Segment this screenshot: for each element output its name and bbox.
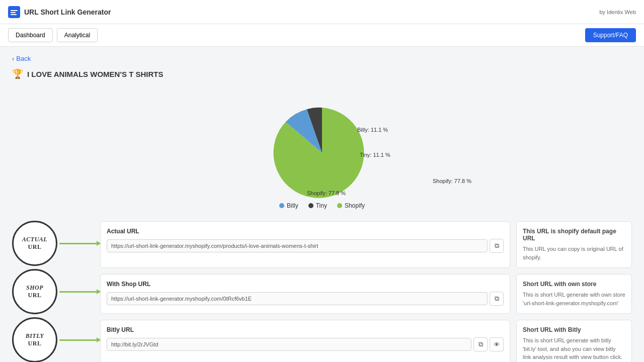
circle-bitly: BitlyURL: [12, 318, 100, 362]
bitly-url-title: Bitly URL: [107, 326, 504, 333]
app-title: URL Short Link Generator: [24, 8, 111, 16]
actual-url-title: Actual URL: [107, 228, 504, 235]
shop-url-copy-button[interactable]: ⧉: [490, 292, 504, 306]
actual-url-circle: ActualURL: [12, 221, 57, 266]
shop-url-info-text: This is short URL generate with own stor…: [523, 291, 625, 307]
pie-chart: Bitly: 11.1 % Tiny: 11.1 % Shopify: 77.8…: [236, 87, 408, 198]
actual-url-input-row: https://url-short-link-generator.myshopi…: [107, 239, 504, 253]
bitly-url-info-card: Short URL with Bitly This is short URL g…: [516, 320, 632, 362]
shop-url-card: With Shop URL https://url-short-link-gen…: [100, 274, 510, 314]
legend-shopify-label: Shopify: [345, 202, 365, 209]
shop-url-input[interactable]: https://url-short-link-generator.myshopi…: [107, 292, 488, 305]
circle-actual: ActualURL: [12, 221, 100, 265]
legend-tiny-label: Tiny: [316, 202, 327, 209]
back-arrow-icon: ‹: [12, 55, 14, 62]
shop-url-circle: ShopURL: [12, 269, 57, 314]
app-icon: [8, 6, 20, 18]
legend-shopify: Shopify: [337, 202, 365, 209]
bitly-label: Bitly: 11.1 %: [357, 127, 388, 133]
legend-shopify-dot: [337, 203, 342, 208]
back-label: Back: [16, 55, 31, 62]
svg-rect-1: [11, 12, 16, 13]
bitly-url-copy-button[interactable]: ⧉: [473, 337, 488, 351]
actual-url-row: Actual URL https://url-short-link-genera…: [100, 221, 632, 268]
product-title: I LOVE ANIMALS WOMEN'S T SHIRTS: [27, 70, 164, 78]
legend-bitly: Bitly: [279, 202, 298, 209]
support-button[interactable]: Support/FAQ: [585, 28, 636, 42]
back-link[interactable]: ‹ Back: [12, 55, 632, 62]
bitly-url-info-title: Short URL with Bitly: [523, 326, 625, 333]
shop-url-title: With Shop URL: [107, 281, 504, 288]
shop-url-input-row: https://url-short-link-generator.myshopi…: [107, 292, 504, 306]
actual-url-info-card: This URL is shopify default page URL Thi…: [516, 221, 632, 268]
product-icon: 🏆: [12, 68, 23, 79]
svg-rect-2: [11, 14, 17, 15]
actual-url-copy-button[interactable]: ⧉: [490, 239, 504, 253]
actual-url-info-text: This URL you can copy is original URL of…: [523, 245, 625, 261]
shopify-label: Shopify: 77.8 %: [433, 178, 471, 184]
circles-column: ActualURL ShopURL BitlyURL: [12, 221, 100, 362]
legend-tiny: Tiny: [308, 202, 327, 209]
bitly-url-input[interactable]: http://bit.ly/2rJVGtd: [107, 338, 471, 351]
svg-rect-0: [11, 10, 18, 11]
bitly-url-row: Bitly URL http://bit.ly/2rJVGtd ⧉ 👁 Shor…: [100, 320, 632, 362]
header-left: URL Short Link Generator: [8, 6, 111, 18]
bitly-url-view-button[interactable]: 👁: [490, 337, 504, 351]
actual-url-info-title: This URL is shopify default page URL: [523, 228, 625, 242]
bitly-url-input-row: http://bit.ly/2rJVGtd ⧉ 👁: [107, 337, 504, 351]
shop-url-row: With Shop URL https://url-short-link-gen…: [100, 274, 632, 314]
shopify-label-bottom: Shopify: 77.8 %: [307, 190, 346, 196]
app-header: URL Short Link Generator by Identix Web: [0, 0, 644, 24]
nav-bar: Dashboard Analytical Support/FAQ: [0, 24, 644, 47]
actual-url-card: Actual URL https://url-short-link-genera…: [100, 221, 510, 268]
analytical-button[interactable]: Analytical: [57, 28, 98, 42]
tiny-label: Tiny: 11.1 %: [360, 152, 390, 158]
legend-tiny-dot: [308, 203, 313, 208]
url-section-layout: ActualURL ShopURL BitlyURL: [12, 221, 632, 362]
main-content: ‹ Back 🏆 I LOVE ANIMALS WOMEN'S T SHIRTS…: [0, 47, 644, 362]
bitly-url-circle: BitlyURL: [12, 317, 57, 362]
legend-bitly-dot: [279, 203, 284, 208]
circle-shop: ShopURL: [12, 269, 100, 314]
product-header: 🏆 I LOVE ANIMALS WOMEN'S T SHIRTS: [12, 68, 632, 79]
legend-bitly-label: Bitly: [287, 202, 298, 209]
actual-url-input[interactable]: https://url-short-link-generator.myshopi…: [107, 239, 488, 252]
by-label: by Identix Web: [599, 9, 636, 15]
chart-section: Bitly: 11.1 % Tiny: 11.1 % Shopify: 77.8…: [12, 87, 632, 209]
bitly-url-card: Bitly URL http://bit.ly/2rJVGtd ⧉ 👁: [100, 320, 510, 362]
shop-url-info-title: Short URL with own store: [523, 281, 625, 288]
dashboard-button[interactable]: Dashboard: [8, 28, 53, 42]
shop-url-info-card: Short URL with own store This is short U…: [516, 274, 632, 314]
chart-legend: Bitly Tiny Shopify: [279, 202, 365, 209]
nav-buttons: Dashboard Analytical: [8, 28, 98, 42]
url-cards-column: Actual URL https://url-short-link-genera…: [100, 221, 632, 362]
bitly-url-info-text: This is short URL generate with bitly 'b…: [523, 336, 625, 361]
